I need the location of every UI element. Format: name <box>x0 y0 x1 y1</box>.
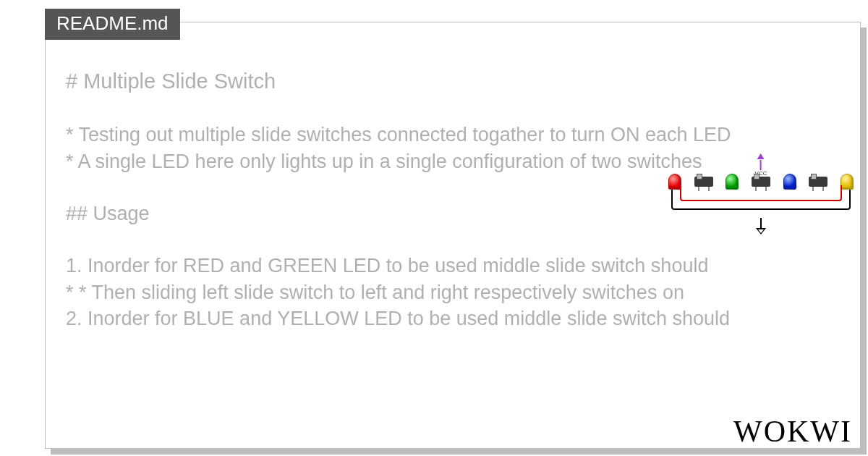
readme-content: # Multiple Slide Switch * Testing out mu… <box>66 67 860 448</box>
readme-card: # Multiple Slide Switch * Testing out mu… <box>45 22 861 449</box>
bullet-item: * Testing out multiple slide switches co… <box>66 122 860 148</box>
step-item: * * Then sliding left slide switch to le… <box>66 279 860 305</box>
wire-gnd-icon <box>671 190 851 210</box>
step-item: 1. Inorder for RED and GREEN LED to be u… <box>66 253 860 279</box>
circuit-thumbnail: VCC <box>667 153 855 233</box>
file-tab[interactable]: README.md <box>45 9 180 40</box>
step-item: 2. Inorder for BLUE and YELLOW LED to be… <box>66 305 860 332</box>
brand-label: WOKWI <box>733 415 852 448</box>
led-yellow-icon <box>841 174 854 190</box>
heading-1: # Multiple Slide Switch <box>66 67 860 96</box>
file-tab-label: README.md <box>56 12 169 34</box>
gnd-icon <box>756 218 766 235</box>
brand-logo: WOKWI <box>733 414 852 449</box>
